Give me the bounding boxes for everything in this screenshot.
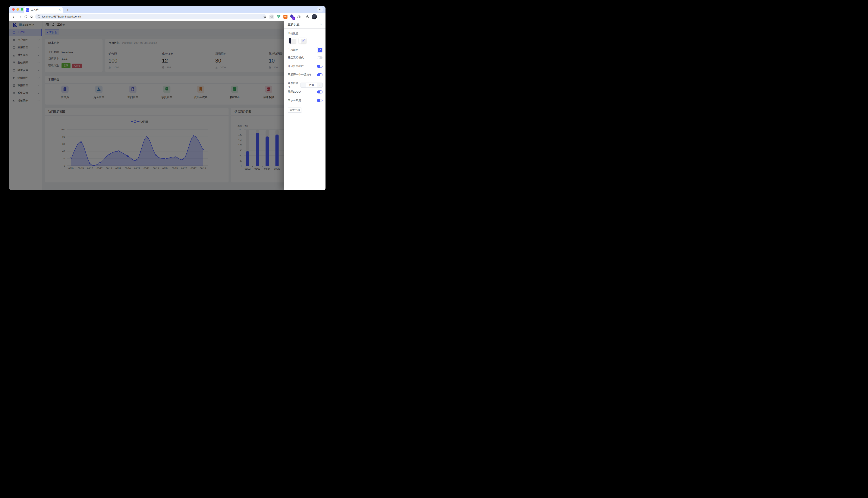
drawer-title: 主题设置 [288, 23, 320, 26]
address-bar[interactable]: localhost:5173/admin/workbench [35, 14, 266, 19]
back-button[interactable] [11, 14, 17, 20]
drawer-close-icon[interactable]: ✕ [320, 23, 322, 26]
style-option-light-selected[interactable] [299, 38, 306, 43]
new-tab-button[interactable]: + [65, 7, 70, 12]
url-text: localhost:5173/admin/workbench [42, 15, 81, 18]
toggle-2[interactable] [317, 74, 322, 76]
close-window-button[interactable] [12, 8, 15, 11]
zoom-window-button[interactable] [21, 8, 23, 11]
sq-extension-icon[interactable]: SQ [283, 14, 288, 19]
toggle-5[interactable] [317, 99, 322, 102]
gem-extension-icon[interactable]: 5 [290, 14, 295, 19]
site-info-icon[interactable] [37, 15, 40, 18]
reset-theme-button[interactable]: 重置主题 [288, 107, 302, 113]
home-button[interactable] [29, 14, 35, 20]
drawer-row-0: 开启黑暗模式 [288, 56, 322, 60]
theme-color-label: 主题颜色 [288, 48, 298, 52]
browser-menu-icon[interactable] [318, 14, 324, 19]
tab-favicon: LA [26, 8, 29, 12]
downloads-icon[interactable] [305, 14, 310, 19]
toggle-1[interactable] [317, 65, 322, 68]
reload-button[interactable] [23, 14, 29, 20]
drawer-row-4: 显示LOGO [288, 90, 322, 94]
tab-close-icon[interactable]: ✕ [58, 8, 61, 12]
menu-width-stepper: −200+ [301, 82, 322, 88]
theme-settings-drawer: 主题设置 ✕ 风格设置 主题颜色 开启黑暗模式开启 [284, 21, 326, 190]
drawer-row-3: 菜单栏宽度−200+ [288, 81, 322, 89]
toolbar-divider [303, 15, 303, 19]
drawer-row-1: 开启多页签栏 [288, 64, 322, 68]
tab-overflow-button[interactable] [317, 7, 323, 12]
browser-tabstrip: LA 工作台 ✕ + [9, 6, 326, 13]
stepper-value[interactable]: 200 [306, 83, 317, 88]
style-settings-label: 风格设置 [288, 32, 298, 36]
traffic-lights [12, 8, 23, 11]
tab-title: 工作台 [31, 8, 58, 12]
minimize-window-button[interactable] [16, 8, 19, 11]
extension-badge: 5 [292, 17, 295, 20]
extensions-puzzle-icon[interactable] [296, 14, 302, 19]
toggle-4[interactable] [317, 91, 322, 93]
style-option-dark-sidebar[interactable] [289, 38, 296, 43]
profile-avatar[interactable] [311, 14, 317, 19]
chevron-down-icon [319, 49, 321, 51]
drawer-row-label: 开启黑暗模式 [288, 56, 304, 60]
drawer-row-label: 显示LOGO [288, 90, 301, 94]
drawer-row-label: 开启多页签栏 [288, 64, 304, 68]
browser-window: LA 工作台 ✕ + localhost:5173/admin/workbenc… [9, 6, 326, 190]
forward-button[interactable] [17, 14, 23, 20]
browser-tab[interactable]: LA 工作台 ✕ [24, 7, 63, 13]
drawer-row-label: 显示面包屑 [288, 99, 301, 102]
drawer-row-label: 只展开一个一级菜单 [288, 73, 312, 77]
bookmark-star-icon[interactable] [262, 14, 268, 19]
theme-color-row: 主题颜色 [288, 47, 322, 53]
stepper-decrease-button[interactable]: − [301, 83, 306, 88]
toggle-0[interactable] [317, 56, 322, 59]
drawer-overlay-mask[interactable] [9, 21, 326, 190]
drawer-row-2: 只展开一个一级菜单 [288, 73, 322, 77]
drawer-row-5: 显示面包屑 [288, 99, 322, 102]
stepper-increase-button[interactable]: + [317, 83, 322, 88]
theme-color-picker[interactable] [317, 47, 322, 53]
page-viewport: likeadmin 工作台用户管理应用管理财务管理装修管理渠道设置组织管理权限管… [9, 21, 326, 190]
vue-devtools-icon[interactable] [276, 14, 281, 19]
drawer-row-label: 菜单栏宽度 [288, 81, 301, 89]
react-devtools-icon[interactable] [269, 14, 275, 19]
style-selected-check-icon [302, 39, 305, 42]
browser-toolbar: localhost:5173/admin/workbench SQ 5 [9, 13, 326, 21]
